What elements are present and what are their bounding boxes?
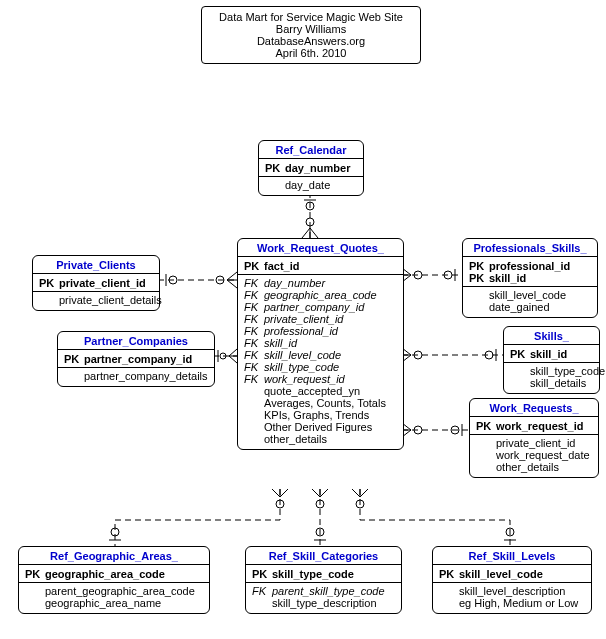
- svg-line-11: [227, 272, 237, 280]
- svg-line-6: [310, 228, 318, 238]
- title-line2: Barry Williams: [212, 23, 410, 35]
- entity-title: Work_Request_Quotes_: [238, 239, 403, 257]
- svg-point-16: [220, 353, 226, 359]
- title-line1: Data Mart for Service Magic Web Site: [212, 11, 410, 23]
- entity-title: Private_Clients: [33, 256, 159, 274]
- entity-ref-geographic-areas: Ref_Geographic_Areas_ PKgeographic_area_…: [18, 546, 210, 614]
- svg-point-3: [306, 218, 314, 226]
- svg-point-22: [444, 271, 452, 279]
- entity-skills: Skills_ PKskill_id skill_type_code skill…: [503, 326, 600, 394]
- svg-line-57: [360, 489, 368, 497]
- svg-line-17: [229, 349, 237, 356]
- svg-point-54: [356, 500, 364, 508]
- entity-title: Professionals_Skills_: [463, 239, 597, 257]
- entity-professionals-skills: Professionals_Skills_ PKprofessional_id …: [462, 238, 598, 318]
- svg-line-51: [320, 489, 328, 497]
- svg-point-10: [216, 276, 224, 284]
- entity-title: Ref_Geographic_Areas_: [19, 547, 209, 565]
- svg-line-4: [302, 228, 310, 238]
- svg-point-48: [316, 500, 324, 508]
- title-line4: April 6th. 2010: [212, 47, 410, 59]
- svg-point-45: [111, 528, 119, 536]
- svg-point-52: [316, 528, 324, 536]
- entity-title: Work_Requests_: [470, 399, 598, 417]
- svg-point-41: [276, 500, 284, 508]
- entity-ref-skill-categories: Ref_Skill_Categories PKskill_type_code F…: [245, 546, 402, 614]
- entity-ref-skill-levels: Ref_Skill_Levels PKskill_level_code skil…: [432, 546, 592, 614]
- svg-point-30: [414, 351, 422, 359]
- entity-work-request-quotes: Work_Request_Quotes_ PKfact_id FKday_num…: [237, 238, 404, 450]
- entity-title: Skills_: [504, 327, 599, 345]
- svg-point-2: [306, 202, 314, 210]
- entity-title: Ref_Calendar: [259, 141, 363, 159]
- entity-title: Partner_Companies: [58, 332, 214, 350]
- diagram-title-box: Data Mart for Service Magic Web Site Bar…: [201, 6, 421, 64]
- svg-line-42: [272, 489, 280, 497]
- svg-line-55: [352, 489, 360, 497]
- svg-line-13: [227, 280, 237, 288]
- svg-point-9: [169, 276, 177, 284]
- svg-point-58: [506, 528, 514, 536]
- title-line3: DatabaseAnswers.org: [212, 35, 410, 47]
- svg-point-37: [414, 426, 422, 434]
- entity-work-requests: Work_Requests_ PKwork_request_id private…: [469, 398, 599, 478]
- entity-ref-calendar: Ref_Calendar PKday_number day_date: [258, 140, 364, 196]
- svg-point-36: [451, 426, 459, 434]
- entity-partner-companies: Partner_Companies PKpartner_company_id p…: [57, 331, 215, 387]
- entity-title: Ref_Skill_Levels: [433, 547, 591, 565]
- svg-line-44: [280, 489, 288, 497]
- entity-title: Ref_Skill_Categories: [246, 547, 401, 565]
- svg-point-23: [414, 271, 422, 279]
- svg-point-29: [485, 351, 493, 359]
- entity-private-clients: Private_Clients PKprivate_client_id priv…: [32, 255, 160, 311]
- svg-line-49: [312, 489, 320, 497]
- svg-line-19: [229, 356, 237, 363]
